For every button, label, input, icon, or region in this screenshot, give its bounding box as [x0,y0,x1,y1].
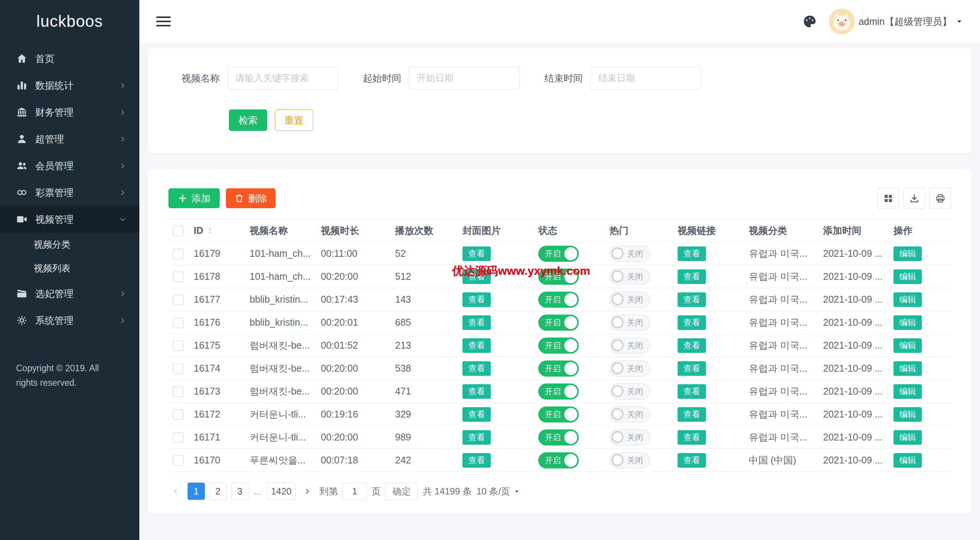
row-checkbox[interactable] [173,341,183,351]
page-size-select[interactable]: 10 条/页 [476,485,520,498]
edit-button[interactable]: 编辑 [893,246,922,261]
view-link-button[interactable]: 查看 [678,361,706,376]
view-link-button[interactable]: 查看 [678,338,706,353]
toggle-label: 关闭 [627,340,643,351]
end-date-input[interactable] [590,67,701,90]
column-header: 视频时长 [321,219,395,242]
view-cover-button[interactable]: 查看 [462,246,491,261]
view-link-button[interactable]: 查看 [678,453,706,468]
view-cover-button[interactable]: 查看 [462,453,491,468]
view-cover-button[interactable]: 查看 [462,384,491,399]
row-checkbox[interactable] [173,409,183,420]
sidebar-item-2[interactable]: 财务管理 [0,99,139,126]
edit-button[interactable]: 编辑 [893,338,922,353]
next-page-button[interactable] [300,483,315,500]
status-toggle[interactable]: 开启 [538,315,579,331]
view-link-button[interactable]: 查看 [678,315,706,330]
row-checkbox[interactable] [173,272,183,282]
hot-toggle[interactable]: 关闭 [609,429,650,445]
page-button-3[interactable]: 3 [231,483,248,500]
hot-toggle[interactable]: 关闭 [609,292,650,308]
row-checkbox[interactable] [173,432,183,443]
sidebar-item-7[interactable]: 选妃管理 [0,280,139,307]
status-toggle[interactable]: 开启 [538,406,579,423]
status-toggle[interactable]: 开启 [538,429,579,445]
sidebar-item-8[interactable]: 系统管理 [0,307,139,334]
hot-toggle[interactable]: 关闭 [609,361,650,377]
status-toggle[interactable]: 开启 [538,383,579,400]
view-cover-button[interactable]: 查看 [462,315,491,330]
view-link-button[interactable]: 查看 [678,292,706,307]
hot-toggle[interactable]: 关闭 [609,383,650,400]
hot-toggle[interactable]: 关闭 [609,452,650,468]
hot-toggle[interactable]: 关闭 [609,246,650,262]
columns-grid-button[interactable] [877,188,899,209]
video-name-input[interactable] [227,67,338,90]
reset-button[interactable]: 重置 [275,109,313,131]
view-link-button[interactable]: 查看 [678,269,706,284]
page-button-2[interactable]: 2 [209,483,227,500]
print-button[interactable] [929,188,951,209]
sidebar-item-3[interactable]: 超管理 [0,126,139,152]
view-link-button[interactable]: 查看 [678,246,706,261]
view-cover-button[interactable]: 查看 [462,338,491,353]
sidebar-item-4[interactable]: 会员管理 [0,152,139,179]
row-checkbox[interactable] [173,318,183,328]
view-cover-button[interactable]: 查看 [462,430,491,445]
view-link-button[interactable]: 查看 [678,407,706,422]
edit-button[interactable]: 编辑 [893,361,922,376]
menu-toggle-icon[interactable] [156,14,171,29]
add-button[interactable]: 添加 [168,188,220,208]
theme-palette-icon[interactable] [802,14,817,29]
status-toggle[interactable]: 开启 [538,269,579,285]
hot-toggle[interactable]: 关闭 [609,406,650,423]
row-checkbox[interactable] [173,364,183,374]
edit-button[interactable]: 编辑 [893,430,922,445]
view-cover-button[interactable]: 查看 [462,361,491,376]
status-toggle[interactable]: 开启 [538,338,579,354]
edit-button[interactable]: 编辑 [893,315,922,330]
row-checkbox[interactable] [173,295,183,305]
edit-button[interactable]: 编辑 [893,292,922,307]
status-toggle[interactable]: 开启 [538,452,579,468]
goto-confirm-button[interactable]: 确定 [385,483,418,500]
sidebar-subitem-1[interactable]: 视频列表 [0,256,139,280]
hot-toggle[interactable]: 关闭 [609,269,650,285]
sidebar-item-5[interactable]: 彩票管理 [0,179,139,206]
row-checkbox[interactable] [173,249,183,259]
sidebar-item-0[interactable]: 首页 [0,45,139,72]
edit-button[interactable]: 编辑 [893,269,922,284]
row-checkbox[interactable] [173,455,183,466]
view-link-button[interactable]: 查看 [678,430,706,445]
cell-added-time: 2021-10-09 ... [823,288,893,311]
user-menu[interactable]: admin【超级管理员】 [829,8,963,34]
page-button-1420[interactable]: 1420 [267,483,296,500]
delete-button[interactable]: 删除 [226,188,276,208]
view-link-button[interactable]: 查看 [678,384,706,399]
sidebar-item-1[interactable]: 数据统计 [0,72,139,99]
edit-button[interactable]: 编辑 [893,407,922,422]
view-cover-button[interactable]: 查看 [462,292,491,307]
goto-page-input[interactable] [342,483,367,500]
cell-status: 开启 [538,380,609,403]
export-button[interactable] [903,188,925,209]
prev-page-button[interactable] [168,483,183,500]
start-date-input[interactable] [409,67,520,90]
hot-toggle[interactable]: 关闭 [609,338,650,354]
view-cover-button[interactable]: 查看 [462,269,491,284]
hot-toggle[interactable]: 关闭 [609,315,650,331]
status-toggle[interactable]: 开启 [538,292,579,308]
cell-cover: 查看 [462,334,538,357]
edit-button[interactable]: 编辑 [893,384,922,399]
sidebar-item-6[interactable]: 视频管理 [0,206,139,233]
select-all-checkbox[interactable] [173,226,183,236]
status-toggle[interactable]: 开启 [538,361,579,377]
edit-button[interactable]: 编辑 [893,453,922,468]
status-toggle[interactable]: 开启 [538,246,579,262]
view-cover-button[interactable]: 查看 [462,407,491,422]
page-button-1[interactable]: 1 [188,483,205,500]
sidebar-subitem-0[interactable]: 视频分类 [0,233,139,256]
row-checkbox[interactable] [173,387,183,397]
search-button[interactable]: 检索 [229,109,267,131]
videos-table: ID视频名称视频时长播放次数封面图片状态热门视频链接视频分类添加时间操作 161… [168,219,951,472]
